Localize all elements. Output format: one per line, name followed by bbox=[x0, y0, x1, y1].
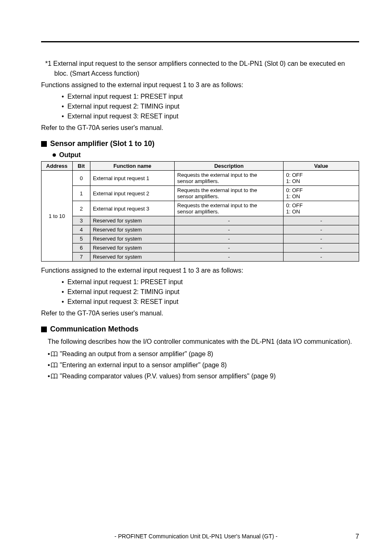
table-row: 2 External input request 3 Requests the … bbox=[42, 201, 359, 216]
td-func: External input request 3 bbox=[90, 201, 174, 216]
td-func: External input request 1 bbox=[90, 171, 174, 186]
link-text: "Reading an output from a sensor amplifi… bbox=[60, 348, 213, 359]
list-item: External input request 2: TIMING input bbox=[62, 102, 359, 111]
book-icon bbox=[51, 373, 58, 379]
td-func: Reserved for system bbox=[90, 216, 174, 225]
subheading-label: Output bbox=[59, 151, 81, 159]
table-row: 7 Reserved for system - - bbox=[42, 253, 359, 262]
sensor-amplifier-heading: Sensor amplifier (Slot 1 to 10) bbox=[41, 139, 359, 148]
functions-intro-2: Functions assigned to the external input… bbox=[41, 266, 359, 276]
td-bit: 4 bbox=[72, 225, 90, 234]
td-value: 0: OFF1: ON bbox=[284, 186, 359, 201]
td-desc: Requests the external input to thesensor… bbox=[175, 186, 284, 201]
td-value: - bbox=[284, 225, 359, 234]
comm-link-item: • "Reading an output from a sensor ampli… bbox=[48, 348, 359, 359]
comm-link-item: • "Reading comparator values (P.V. value… bbox=[48, 371, 359, 382]
list-item: External input request 3: RESET input bbox=[62, 111, 359, 121]
td-func: Reserved for system bbox=[90, 234, 174, 243]
heading-label: Communication Methods bbox=[50, 325, 138, 334]
comm-link-item: • "Entering an external input to a senso… bbox=[48, 359, 359, 371]
th-function-name: Function name bbox=[90, 162, 174, 171]
td-bit: 1 bbox=[72, 186, 90, 201]
output-heading: Output bbox=[41, 151, 359, 159]
refer-text-1: Refer to the GT-70A series user's manual… bbox=[41, 123, 359, 133]
td-func: External input request 2 bbox=[90, 186, 174, 201]
td-bit: 2 bbox=[72, 201, 90, 216]
td-value: 0: OFF1: ON bbox=[284, 171, 359, 186]
table-row: 6 Reserved for system - - bbox=[42, 243, 359, 253]
comm-intro: The following describes how the I/O cont… bbox=[41, 337, 359, 347]
td-desc: Requests the external input to thesensor… bbox=[175, 171, 284, 186]
td-func: Reserved for system bbox=[90, 253, 174, 262]
link-text: "Reading comparator values (P.V. values)… bbox=[60, 371, 276, 382]
td-bit: 6 bbox=[72, 243, 90, 253]
th-value: Value bbox=[284, 162, 359, 171]
footer-text: - PROFINET Communication Unit DL-PN1 Use… bbox=[0, 533, 392, 540]
output-table: Address Bit Function name Description Va… bbox=[41, 161, 359, 262]
book-icon bbox=[51, 362, 58, 368]
td-bit: 7 bbox=[72, 253, 90, 262]
th-bit: Bit bbox=[72, 162, 90, 171]
table-row: 4 Reserved for system - - bbox=[42, 225, 359, 234]
td-address: 1 to 10 bbox=[42, 171, 73, 262]
td-value: - bbox=[284, 216, 359, 225]
td-desc: - bbox=[175, 216, 284, 225]
table-header-row: Address Bit Function name Description Va… bbox=[42, 162, 359, 171]
list-item: External input request 2: TIMING input bbox=[62, 287, 359, 297]
td-value: - bbox=[284, 253, 359, 262]
td-func: Reserved for system bbox=[90, 243, 174, 253]
td-value: - bbox=[284, 243, 359, 253]
th-address: Address bbox=[42, 162, 73, 171]
table-row: 1 External input request 2 Requests the … bbox=[42, 186, 359, 201]
table-row: 5 Reserved for system - - bbox=[42, 234, 359, 243]
th-description: Description bbox=[175, 162, 284, 171]
refer-text-2: Refer to the GT-70A series user's manual… bbox=[41, 308, 359, 318]
list-item: External input request 3: RESET input bbox=[62, 297, 359, 307]
td-func: Reserved for system bbox=[90, 225, 174, 234]
function-bullets-2: External input request 1: PRESET input E… bbox=[41, 277, 359, 307]
heading-label: Sensor amplifier (Slot 1 to 10) bbox=[50, 139, 154, 148]
td-desc: - bbox=[175, 225, 284, 234]
functions-intro-1: Functions assigned to the external input… bbox=[41, 80, 359, 90]
communication-methods-heading: Communication Methods bbox=[41, 325, 359, 334]
td-bit: 5 bbox=[72, 234, 90, 243]
list-item: External input request 1: PRESET input bbox=[62, 92, 359, 102]
td-bit: 0 bbox=[72, 171, 90, 186]
td-bit: 3 bbox=[72, 216, 90, 225]
list-item: External input request 1: PRESET input bbox=[62, 277, 359, 287]
td-value: - bbox=[284, 234, 359, 243]
td-value: 0: OFF1: ON bbox=[284, 201, 359, 216]
td-desc: - bbox=[175, 243, 284, 253]
td-desc: Requests the external input to thesensor… bbox=[175, 201, 284, 216]
td-desc: - bbox=[175, 253, 284, 262]
book-icon bbox=[51, 351, 58, 357]
link-text: "Entering an external input to a sensor … bbox=[60, 359, 227, 371]
top-rule bbox=[41, 41, 359, 42]
table-row: 3 Reserved for system - - bbox=[42, 216, 359, 225]
footnote-1: *1 External input request to the sensor … bbox=[41, 59, 359, 79]
table-row: 1 to 10 0 External input request 1 Reque… bbox=[42, 171, 359, 186]
page-number: 7 bbox=[355, 533, 359, 540]
function-bullets-1: External input request 1: PRESET input E… bbox=[41, 92, 359, 121]
comm-links-list: • "Reading an output from a sensor ampli… bbox=[41, 348, 359, 382]
td-desc: - bbox=[175, 234, 284, 243]
